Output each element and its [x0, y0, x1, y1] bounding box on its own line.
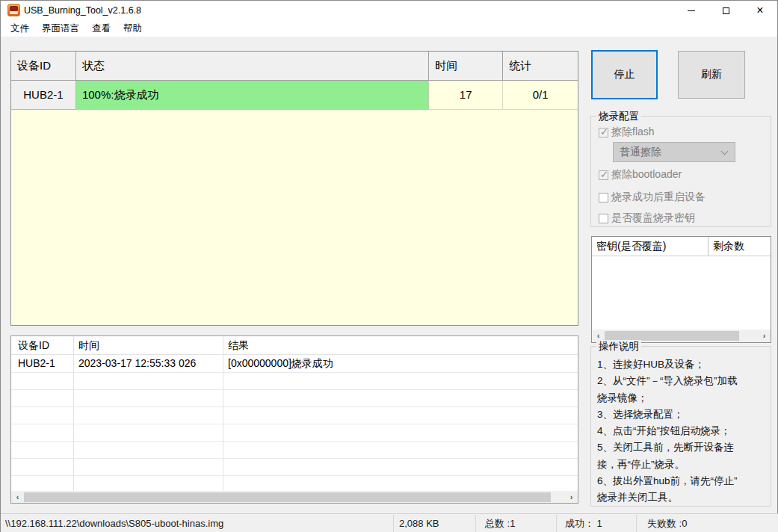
overwrite-key-checkbox[interactable] [599, 214, 608, 223]
erase-mode-dropdown[interactable]: 普通擦除 [613, 142, 735, 162]
reboot-after-checkbox[interactable] [599, 193, 608, 202]
app-window: USB_Burning_Tool_v2.1.6.8 × 文件 界面语言 查看 帮… [0, 0, 778, 532]
burn-config-group: 烧录配置 擦除flash 普通擦除 擦除bootloader 烧录成功后重启设备… [590, 116, 771, 227]
log-row-result: [0x00000000]烧录成功 [228, 355, 333, 372]
image-size: 2,088 KB [399, 514, 439, 532]
header-key: 密钥(是否覆盖) [592, 237, 708, 256]
minimize-button[interactable] [674, 1, 708, 20]
close-button[interactable]: × [743, 1, 777, 20]
instruction-line: 5、关闭工具前，先断开设备连 [597, 439, 768, 456]
log-hscrollbar[interactable]: ‹ › [11, 491, 578, 503]
maximize-button[interactable] [708, 1, 743, 20]
image-path: \\192.168.111.22\downloads\S805-uboot-hi… [5, 514, 223, 532]
success-count: 成功： 1 [565, 514, 602, 532]
log-table: 设备ID 时间 结果 HUB2-1 2023-03-17 12:55:33 02… [10, 335, 578, 504]
overwrite-key-label: 是否覆盖烧录密钥 [611, 211, 695, 225]
device-status-table: 设备ID 状态 时间 统计 HUB2-1 100%:烧录成功 17 0/1 [10, 51, 578, 326]
instruction-line: 接，再“停止”烧录。 [597, 457, 768, 473]
instruction-line: 烧录并关闭工具。 [597, 489, 768, 506]
erase-flash-label: 擦除flash [611, 126, 655, 139]
app-icon [7, 4, 20, 16]
instruction-line: 烧录镜像； [597, 390, 768, 406]
log-grid-hline [11, 406, 578, 407]
log-grid-hline [11, 372, 578, 373]
header-device-id: 设备ID [11, 52, 76, 80]
menu-file[interactable]: 文件 [7, 20, 33, 37]
erase-bootloader-label: 擦除bootloader [611, 168, 682, 182]
scroll-right-icon[interactable]: › [565, 491, 578, 504]
minimize-icon [688, 10, 695, 11]
erase-mode-value: 普通擦除 [620, 143, 661, 161]
header-status: 状态 [76, 52, 429, 80]
device-row-time: 17 [429, 81, 503, 110]
key-table-header: 密钥(是否覆盖) 剩余数 [592, 237, 771, 256]
erase-flash-checkbox[interactable] [599, 128, 608, 137]
menu-bar: 文件 界面语言 查看 帮助 [1, 20, 777, 37]
device-table-header: 设备ID 状态 时间 统计 [11, 52, 578, 81]
reboot-after-label: 烧录成功后重启设备 [611, 191, 706, 204]
log-row-time: 2023-03-17 12:55:33 026 [78, 355, 196, 372]
log-table-header: 设备ID 时间 结果 [11, 336, 578, 355]
device-row-stats: 0/1 [503, 81, 578, 110]
instructions-text: 1、连接好HUB及设备； 2、从“文件”－“导入烧录包”加载 烧录镜像； 3、选… [597, 356, 768, 507]
instruction-line: 2、从“文件”－“导入烧录包”加载 [597, 373, 768, 389]
chevron-down-icon [721, 148, 729, 155]
burn-config-title: 烧录配置 [596, 110, 641, 123]
header-remaining: 剩余数 [708, 237, 771, 256]
log-grid-hline [11, 458, 578, 459]
status-divider [475, 515, 476, 532]
header-stats: 统计 [503, 52, 578, 80]
instruction-line: 3、选择烧录配置； [597, 406, 768, 423]
erase-flash-option[interactable]: 擦除flash [599, 126, 655, 139]
instructions-group: 操作说明 1、连接好HUB及设备； 2、从“文件”－“导入烧录包”加载 烧录镜像… [590, 346, 771, 507]
refresh-button[interactable]: 刷新 [678, 51, 745, 99]
header-time: 时间 [429, 52, 503, 80]
key-table: 密钥(是否覆盖) 剩余数 ‹ › [591, 236, 771, 343]
status-divider [636, 515, 637, 532]
log-header-id: 设备ID [18, 336, 49, 355]
log-row[interactable]: HUB2-1 2023-03-17 12:55:33 026 [0x000000… [11, 355, 578, 372]
close-icon: × [756, 4, 763, 16]
menu-help[interactable]: 帮助 [120, 20, 146, 37]
log-header-time: 时间 [78, 336, 99, 355]
reboot-after-option[interactable]: 烧录成功后重启设备 [599, 191, 706, 204]
device-row-id: HUB2-1 [11, 81, 76, 110]
fail-count: 失败数 :0 [647, 514, 687, 532]
device-row[interactable]: HUB2-1 100%:烧录成功 17 0/1 [11, 81, 578, 110]
window-title: USB_Burning_Tool_v2.1.6.8 [24, 1, 141, 20]
instruction-line: 4、点击“开始”按钮启动烧录； [597, 423, 768, 439]
instructions-title: 操作说明 [596, 340, 641, 353]
log-header-result: 结果 [228, 336, 249, 355]
menu-view[interactable]: 查看 [88, 20, 114, 37]
status-divider [556, 515, 557, 532]
title-bar: USB_Burning_Tool_v2.1.6.8 × [1, 1, 777, 20]
log-grid-hline [11, 441, 578, 442]
instruction-line: 6、拔出外置hub前，请先“停止” [597, 473, 768, 489]
log-grid-hline [11, 389, 578, 390]
erase-bootloader-option[interactable]: 擦除bootloader [599, 168, 682, 182]
log-scroll-thumb[interactable] [24, 492, 551, 502]
scroll-left-icon[interactable]: ‹ [11, 491, 24, 504]
status-bar: \\192.168.111.22\downloads\S805-uboot-hi… [1, 513, 778, 532]
log-grid-hline [11, 424, 578, 424]
log-row-id: HUB2-1 [18, 355, 55, 372]
status-divider [393, 515, 394, 532]
instruction-line: 1、连接好HUB及设备； [597, 356, 768, 373]
erase-bootloader-checkbox[interactable] [599, 170, 608, 180]
menu-language[interactable]: 界面语言 [38, 20, 83, 37]
overwrite-key-option[interactable]: 是否覆盖烧录密钥 [599, 211, 695, 225]
scroll-right-icon[interactable]: › [758, 330, 771, 342]
stop-button[interactable]: 停止 [591, 50, 658, 99]
app-icon-inner [10, 6, 18, 11]
device-row-status: 100%:烧录成功 [76, 81, 429, 110]
app-icon-strip [10, 11, 18, 14]
log-grid-hline [11, 475, 578, 476]
maximize-icon [723, 7, 729, 14]
total-count: 总数 :1 [485, 514, 515, 532]
